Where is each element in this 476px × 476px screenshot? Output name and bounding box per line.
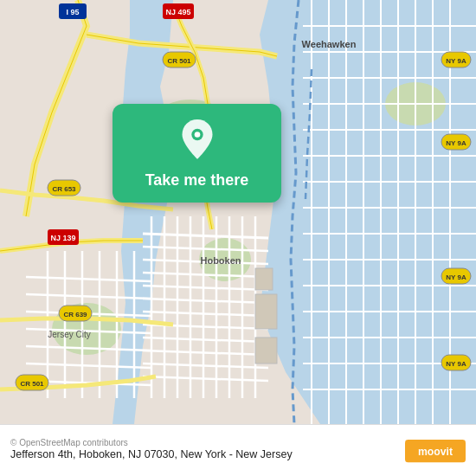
svg-text:CR 639: CR 639	[63, 311, 87, 318]
svg-text:NY 9A: NY 9A	[446, 139, 466, 147]
svg-text:NJ 139: NJ 139	[50, 234, 75, 242]
svg-text:I 95: I 95	[66, 8, 79, 16]
svg-rect-92	[255, 268, 273, 290]
svg-text:moovit: moovit	[418, 446, 453, 458]
svg-text:NY 9A: NY 9A	[446, 57, 466, 65]
address-text: Jefferson 4th, Hoboken, NJ 07030, New Yo…	[10, 447, 396, 463]
svg-text:NJ 495: NJ 495	[165, 8, 190, 16]
svg-text:NY 9A: NY 9A	[446, 273, 466, 281]
svg-text:Hoboken: Hoboken	[200, 255, 241, 266]
attribution-text: © OpenStreetMap contributors	[10, 438, 396, 447]
svg-point-94	[194, 132, 200, 138]
location-pin-icon	[176, 119, 219, 163]
svg-rect-91	[255, 338, 277, 363]
svg-text:CR 653: CR 653	[52, 185, 76, 193]
bottom-bar: © OpenStreetMap contributors Jefferson 4…	[0, 424, 476, 476]
svg-text:CR 501: CR 501	[167, 57, 191, 65]
svg-text:Jersey City: Jersey City	[48, 330, 90, 339]
moovit-logo: moovit	[405, 439, 466, 463]
svg-text:Weehawken: Weehawken	[302, 39, 357, 49]
svg-text:CR 501: CR 501	[20, 380, 44, 388]
map-container: I 95 NJ 495 CR 501 CR 653 NJ 139 CR 639 …	[0, 0, 476, 424]
take-me-there-label: Take me there	[145, 171, 249, 190]
svg-text:NY 9A: NY 9A	[446, 360, 466, 368]
svg-rect-90	[255, 294, 277, 329]
take-me-there-button[interactable]: Take me there	[113, 104, 281, 203]
